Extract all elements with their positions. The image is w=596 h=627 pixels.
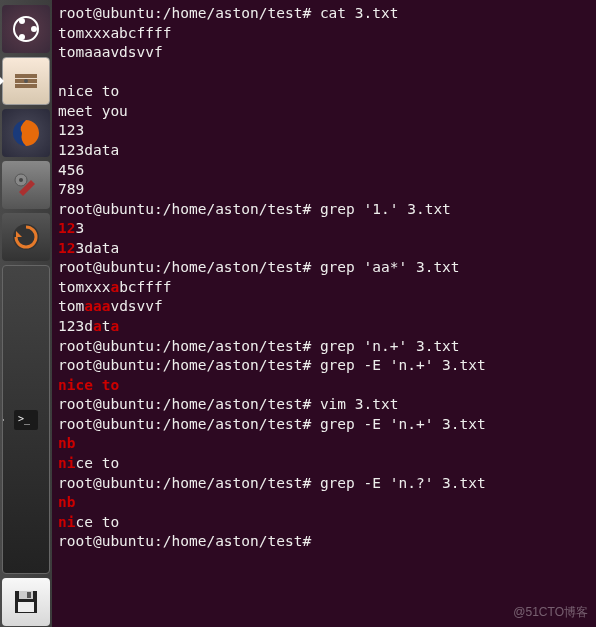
terminal-line: nb [58,434,590,454]
launcher-software-updater[interactable] [2,213,50,261]
terminal-line: tomaaavdsvvf [58,43,590,63]
terminal-line: nice to [58,513,590,533]
grep-match: ni [58,514,75,530]
files-icon [11,66,41,96]
svg-point-7 [24,79,28,83]
grep-match: a [93,318,102,334]
output-text: tomxxx [58,279,110,295]
terminal-line [58,63,590,83]
grep-match: ni [58,455,75,471]
output-text: tomaaavdsvvf [58,44,163,60]
terminal-line: 789 [58,180,590,200]
output-text: ce to [75,514,119,530]
grep-match: nb [58,435,75,451]
grep-match: nice to [58,377,119,393]
grep-match: nb [58,494,75,510]
output-text: nice to [58,83,119,99]
svg-point-2 [19,18,25,24]
terminal-line: root@ubuntu:/home/aston/test# grep -E 'n… [58,415,590,435]
terminal-line: root@ubuntu:/home/aston/test# [58,532,590,552]
output-text: 123d [58,318,93,334]
terminal-line: nice to [58,454,590,474]
output-text: 456 [58,162,84,178]
terminal-line: tomaaavdsvvf [58,297,590,317]
terminal-output[interactable]: root@ubuntu:/home/aston/test# cat 3.txtt… [52,0,596,627]
svg-point-10 [19,178,23,182]
output-text: bcffff [119,279,171,295]
grep-match: a [110,318,119,334]
terminal-line: 123data [58,239,590,259]
grep-match: 12 [58,240,75,256]
launcher-firefox[interactable] [2,109,50,157]
svg-rect-4 [15,74,37,78]
output-text: meet you [58,103,128,119]
updater-icon [11,222,41,252]
terminal-line: root@ubuntu:/home/aston/test# grep -E 'n… [58,474,590,494]
svg-point-1 [31,26,37,32]
settings-icon [11,170,41,200]
terminal-line: root@ubuntu:/home/aston/test# grep 'n.+'… [58,337,590,357]
output-text: tom [58,298,84,314]
terminal-line: 123data [58,317,590,337]
svg-rect-6 [15,84,37,88]
output-text: 123data [58,142,119,158]
launcher-terminal[interactable]: >_ [2,265,50,574]
terminal-line: root@ubuntu:/home/aston/test# cat 3.txt [58,4,590,24]
floppy-icon [12,588,40,616]
launcher: >_ [0,0,52,627]
terminal-line: 123 [58,121,590,141]
ubuntu-icon [12,15,40,43]
output-text: vdsvvf [110,298,162,314]
svg-text:>_: >_ [18,413,31,425]
watermark: @51CTO博客 [513,604,588,621]
output-text: 789 [58,181,84,197]
terminal-line: nice to [58,376,590,396]
terminal-line: tomxxxabcffff [58,278,590,298]
terminal-line: tomxxxabcffff [58,24,590,44]
terminal-line: root@ubuntu:/home/aston/test# grep -E 'n… [58,356,590,376]
terminal-line: root@ubuntu:/home/aston/test# vim 3.txt [58,395,590,415]
grep-match: a [110,279,119,295]
svg-rect-16 [27,592,31,598]
launcher-ubuntu-dash[interactable] [2,5,50,53]
launcher-save[interactable] [2,578,50,626]
grep-match: aaa [84,298,110,314]
output-text: 3data [75,240,119,256]
launcher-files[interactable] [2,57,50,105]
terminal-icon: >_ [11,405,41,435]
output-text: tomxxxabcffff [58,25,172,41]
output-text: 123 [58,122,84,138]
launcher-settings[interactable] [2,161,50,209]
output-text: ce to [75,455,119,471]
terminal-line: meet you [58,102,590,122]
output-text: 3 [75,220,84,236]
svg-point-3 [19,34,25,40]
terminal-line: root@ubuntu:/home/aston/test# grep '1.' … [58,200,590,220]
terminal-line: nb [58,493,590,513]
grep-match: 12 [58,220,75,236]
terminal-line: nice to [58,82,590,102]
firefox-icon [10,117,42,149]
terminal-line: 456 [58,161,590,181]
terminal-line: 123 [58,219,590,239]
terminal-line: root@ubuntu:/home/aston/test# grep 'aa*'… [58,258,590,278]
terminal-line: 123data [58,141,590,161]
svg-rect-17 [18,602,34,612]
